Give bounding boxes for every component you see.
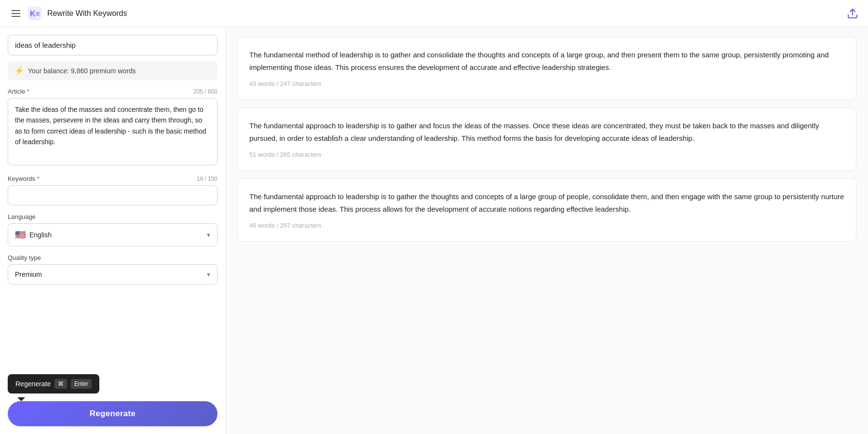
language-value: English	[29, 231, 52, 239]
balance-label: Your balance: 9,860 premium words	[28, 67, 136, 75]
quality-chevron-icon: ▾	[207, 271, 210, 278]
result-card-2: The fundamental approach to leadership i…	[237, 108, 856, 171]
balance-box: ⚡ Your balance: 9,860 premium words	[8, 61, 217, 80]
title-input[interactable]	[8, 35, 217, 55]
keywords-count: 19 / 100	[197, 176, 217, 182]
result-meta-3: 46 words / 257 characters	[249, 222, 322, 229]
keywords-required: *	[37, 175, 40, 182]
result-card-1: The fundamental method of leadership is …	[237, 37, 856, 100]
tooltip-container: Regenerate ⌘ Enter	[8, 374, 217, 401]
keywords-input[interactable]	[8, 185, 217, 205]
article-field-header: Article * 205 / 600	[8, 88, 217, 95]
quality-select[interactable]: Premium ▾	[8, 264, 217, 285]
article-textarea[interactable]	[8, 98, 217, 165]
article-label: Article *	[8, 88, 29, 95]
lightning-icon: ⚡	[14, 66, 24, 75]
upload-icon[interactable]	[847, 8, 858, 19]
svg-text:K≡: K≡	[30, 10, 40, 18]
tooltip-box: Regenerate ⌘ Enter	[8, 374, 99, 393]
result-text-2: The fundamental approach to leadership i…	[249, 120, 844, 144]
language-label: Language	[8, 213, 36, 220]
regenerate-button[interactable]: Regenerate	[8, 401, 217, 426]
left-panel: ⚡ Your balance: 9,860 premium words Arti…	[0, 27, 226, 434]
keywords-label: Keywords *	[8, 175, 40, 182]
cmd-symbol: ⌘	[58, 380, 64, 387]
chevron-down-icon: ▾	[207, 231, 210, 239]
header-left: K≡ Rewrite With Keywords	[10, 7, 127, 20]
kbd-cmd: ⌘	[54, 379, 67, 389]
header-right	[847, 8, 858, 19]
enter-label: Enter	[74, 380, 88, 387]
flag-icon: 🇺🇸	[15, 230, 26, 240]
result-card-3: The fundamental approach to leadership i…	[237, 178, 856, 242]
result-text-3: The fundamental approach to leadership i…	[249, 190, 844, 215]
logo: K≡	[28, 7, 41, 20]
right-panel[interactable]: The fundamental method of leadership is …	[226, 27, 868, 434]
kbd-enter: Enter	[71, 379, 92, 389]
language-field-header: Language	[8, 213, 217, 220]
keywords-field-header: Keywords * 19 / 100	[8, 175, 217, 182]
article-required: *	[27, 88, 29, 95]
tooltip-arrow	[17, 397, 25, 401]
menu-button[interactable]	[10, 8, 22, 19]
left-scroll-area[interactable]: ⚡ Your balance: 9,860 premium words Arti…	[0, 27, 225, 368]
result-meta-1: 43 words / 247 characters	[249, 80, 322, 87]
bottom-area: Regenerate ⌘ Enter Regenerate	[0, 368, 225, 434]
language-select-left: 🇺🇸 English	[15, 230, 52, 240]
quality-label: Quality type	[8, 254, 41, 261]
main-layout: ⚡ Your balance: 9,860 premium words Arti…	[0, 27, 868, 434]
logo-icon: K≡	[28, 7, 41, 20]
quality-field-header: Quality type	[8, 254, 217, 261]
article-count: 205 / 600	[193, 88, 217, 95]
tooltip-label: Regenerate	[15, 380, 51, 388]
app-title: Rewrite With Keywords	[47, 9, 127, 18]
result-text-1: The fundamental method of leadership is …	[249, 49, 844, 73]
quality-value: Premium	[15, 271, 42, 278]
header: K≡ Rewrite With Keywords	[0, 0, 868, 27]
result-meta-2: 51 words / 265 characters	[249, 151, 322, 158]
language-select[interactable]: 🇺🇸 English ▾	[8, 223, 217, 246]
